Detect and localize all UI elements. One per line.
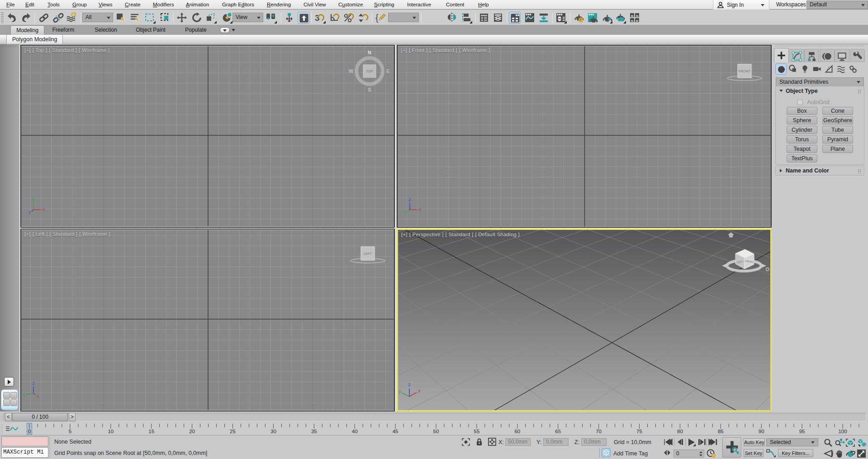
track-bar-ruler[interactable]: 0510152025303540455055606570758085909510… bbox=[0, 423, 868, 435]
track-bar-drag-handle[interactable] bbox=[0, 424, 3, 434]
asset-library-icon[interactable] bbox=[629, 12, 640, 24]
listener-divider[interactable] bbox=[50, 436, 51, 458]
rect-region-icon[interactable] bbox=[144, 12, 156, 24]
menu-graph-editors[interactable]: Graph Editors bbox=[222, 0, 254, 9]
named-selection-sets-dropdown[interactable] bbox=[388, 13, 419, 22]
ribbon-collapse-arrow-icon[interactable] bbox=[232, 29, 235, 31]
menu-modifiers[interactable]: Modifiers bbox=[153, 0, 174, 9]
panel-tab-hierarchy[interactable] bbox=[804, 49, 819, 62]
menu-help[interactable]: Help bbox=[478, 0, 489, 9]
bind-spacewarp-icon[interactable] bbox=[66, 12, 78, 24]
viewport-menu-pov[interactable]: [ Front ] bbox=[409, 48, 427, 53]
viewport-menu-shading[interactable]: [ Wireframe ] bbox=[79, 48, 109, 53]
mirror-icon[interactable] bbox=[446, 12, 458, 24]
default-tangent-icon[interactable] bbox=[766, 449, 777, 458]
menu-create[interactable]: Create bbox=[125, 0, 141, 9]
strip-drag-handle[interactable] bbox=[0, 45, 18, 47]
z-coord-field[interactable]: 0,0mm bbox=[581, 438, 607, 446]
object-type-rollout-header[interactable]: Object Type bbox=[776, 86, 864, 96]
panel-drag-handle[interactable] bbox=[774, 45, 865, 47]
select-object-icon[interactable] bbox=[115, 12, 127, 24]
key-step-icons[interactable] bbox=[663, 449, 671, 456]
menu-civil-view[interactable]: Civil View bbox=[304, 0, 326, 9]
create-textplus-button[interactable]: TextPlus bbox=[787, 154, 817, 163]
auto-key-button[interactable]: Auto Key bbox=[744, 438, 765, 446]
menu-rendering[interactable]: Rendering bbox=[267, 0, 291, 9]
primitive-category-dropdown[interactable]: Standard Primitives bbox=[776, 77, 864, 86]
panel-tab-modify[interactable] bbox=[789, 49, 804, 62]
time-configuration-icon[interactable] bbox=[707, 449, 716, 458]
select-manipulate-icon[interactable] bbox=[284, 12, 295, 24]
category-shapes[interactable] bbox=[787, 63, 799, 75]
polygon-modeling-panel[interactable]: Polygon Modeling bbox=[6, 35, 63, 44]
viewport-menu-pov[interactable]: [ Left ] bbox=[33, 231, 48, 237]
window-crossing-icon[interactable] bbox=[159, 12, 171, 24]
ribbon-tab-modeling[interactable]: Modeling bbox=[10, 25, 44, 35]
previous-frame-icon[interactable] bbox=[676, 438, 683, 446]
select-place-icon[interactable] bbox=[221, 12, 232, 24]
viewport-menu-style[interactable]: [ Standard ] bbox=[446, 232, 474, 237]
viewport-menu-style[interactable]: [ Standard ] bbox=[429, 48, 457, 53]
time-slider-drag-handle[interactable] bbox=[0, 413, 3, 421]
zoom-extents-icon[interactable] bbox=[845, 438, 855, 447]
edit-named-selections-icon[interactable]: { bbox=[375, 12, 387, 24]
viewport-menu-general[interactable]: [+] bbox=[401, 232, 408, 237]
name-color-rollout-header[interactable]: Name and Color bbox=[775, 166, 864, 176]
viewport-menu-general[interactable]: [+] bbox=[24, 48, 31, 53]
menu-tools[interactable]: Tools bbox=[47, 0, 60, 9]
undo-icon[interactable] bbox=[6, 12, 18, 24]
viewport-menu-style[interactable]: [ Standard ] bbox=[49, 231, 77, 237]
viewport-front[interactable]: FRONTxyz[+][ Front ][ Standard ][ Wirefr… bbox=[397, 45, 772, 228]
menu-edit[interactable]: Edit bbox=[25, 0, 34, 9]
y-coord-field[interactable]: 0,0mm bbox=[543, 438, 569, 446]
snap-spinner-icon[interactable] bbox=[357, 12, 369, 24]
maxscript-mini-input[interactable] bbox=[1, 436, 48, 446]
sign-in-button[interactable]: Sign In bbox=[713, 0, 769, 10]
ribbon-tab-object-paint[interactable]: Object Paint bbox=[133, 25, 168, 35]
select-by-name-icon[interactable] bbox=[129, 12, 141, 24]
menu-animation[interactable]: Animation bbox=[186, 0, 209, 9]
time-slider-handle[interactable]: 0 / 100 bbox=[12, 413, 68, 421]
time-tag-icon[interactable] bbox=[602, 448, 611, 457]
current-frame-field[interactable]: 0 bbox=[674, 449, 704, 458]
set-key-mode-button[interactable] bbox=[722, 437, 741, 458]
strip-expand-button[interactable] bbox=[4, 377, 14, 387]
select-scale-icon[interactable] bbox=[205, 12, 217, 24]
zoom-icon[interactable] bbox=[824, 438, 833, 447]
create-torus-button[interactable]: Torus bbox=[787, 135, 817, 143]
selection-filter-dropdown[interactable]: All bbox=[82, 13, 113, 22]
unlink-icon[interactable] bbox=[52, 12, 64, 24]
menu-content[interactable]: Content bbox=[446, 0, 464, 9]
create-plane-button[interactable]: Plane bbox=[822, 145, 853, 153]
maximize-viewport-icon[interactable] bbox=[857, 449, 866, 458]
next-frame-button[interactable]: > bbox=[69, 413, 76, 421]
ribbon-tab-freeform[interactable]: Freeform bbox=[50, 25, 77, 35]
ribbon-tab-populate[interactable]: Populate bbox=[182, 25, 209, 35]
isolate-selection-icon[interactable] bbox=[462, 438, 470, 446]
viewport-menu-pov[interactable]: [ Perspective ] bbox=[409, 232, 444, 237]
menu-views[interactable]: Views bbox=[99, 0, 112, 9]
curve-editor-icon[interactable] bbox=[524, 12, 536, 24]
orbit-icon[interactable] bbox=[845, 449, 856, 458]
panel-tab-motion[interactable] bbox=[820, 49, 835, 62]
render-production-icon[interactable] bbox=[601, 12, 612, 24]
ribbon-toggle-icon[interactable] bbox=[509, 12, 521, 24]
add-time-tag[interactable]: Add Time Tag bbox=[613, 450, 648, 457]
key-filters-button[interactable]: Key Filters... bbox=[778, 449, 813, 457]
x-coord-field[interactable]: 50,0mm bbox=[505, 438, 531, 446]
keyboard-override-icon[interactable] bbox=[298, 12, 309, 24]
snap-percent-icon[interactable] bbox=[343, 12, 355, 24]
menu-interactive[interactable]: Interactive bbox=[407, 0, 431, 9]
selection-set-dropdown[interactable]: Selected bbox=[766, 438, 818, 446]
select-rotate-icon[interactable] bbox=[191, 12, 203, 24]
set-key-button[interactable]: Set Key bbox=[744, 449, 764, 457]
category-cameras[interactable] bbox=[811, 63, 823, 75]
material-editor-icon[interactable] bbox=[555, 12, 567, 24]
render-setup-icon[interactable] bbox=[573, 12, 584, 24]
use-pivot-center-icon[interactable] bbox=[265, 12, 277, 24]
menu-customize[interactable]: Customize bbox=[338, 0, 363, 9]
go-to-end-icon[interactable] bbox=[708, 438, 718, 446]
menu-group[interactable]: Group bbox=[72, 0, 87, 9]
viewport-perspective[interactable]: LEFTFRONTxyz[+][ Perspective ][ Standard… bbox=[397, 229, 772, 411]
create-teapot-button[interactable]: Teapot bbox=[787, 145, 817, 153]
